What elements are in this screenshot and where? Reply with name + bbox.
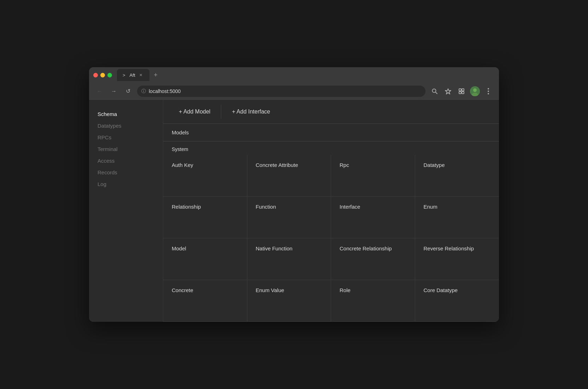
url-security-icon: ⓘ (141, 88, 146, 94)
more-menu-icon[interactable] (483, 86, 493, 96)
toolbar-icons (430, 86, 493, 96)
url-bar[interactable]: ⓘ localhost:5000 (137, 86, 425, 97)
list-item[interactable]: Interface (331, 197, 415, 238)
tab-title: Aft (130, 72, 135, 78)
title-bar: > Aft ✕ + (89, 67, 499, 83)
list-item[interactable]: Core Datatype (415, 280, 499, 322)
svg-point-11 (488, 91, 489, 92)
bookmark-icon[interactable] (443, 86, 453, 96)
sidebar: Schema Datatypes RPCs Terminal Access Re… (89, 100, 163, 322)
list-item[interactable]: Datatype (415, 155, 499, 197)
new-tab-button[interactable]: + (151, 70, 161, 80)
sidebar-item-rpcs[interactable]: RPCs (96, 132, 156, 143)
traffic-lights (93, 73, 112, 77)
sidebar-item-datatypes[interactable]: Datatypes (96, 120, 156, 132)
svg-point-8 (473, 88, 477, 92)
action-bar-divider (221, 105, 221, 119)
list-item[interactable]: Function (247, 197, 331, 238)
list-item[interactable]: Auth Key (163, 155, 247, 197)
avatar[interactable] (470, 86, 480, 96)
close-window-button[interactable] (93, 73, 98, 77)
svg-marker-2 (445, 89, 451, 94)
list-item[interactable]: Model (163, 238, 247, 280)
svg-point-12 (488, 93, 489, 94)
svg-line-1 (436, 92, 437, 94)
list-item[interactable]: Concrete Attribute (247, 155, 331, 197)
sidebar-item-terminal[interactable]: Terminal (96, 143, 156, 155)
list-item[interactable]: Enum Value (247, 280, 331, 322)
search-icon[interactable] (430, 86, 440, 96)
page-content: + Add Model + Add Interface Models Syste… (163, 100, 499, 322)
svg-rect-4 (462, 89, 464, 91)
main-content: Schema Datatypes RPCs Terminal Access Re… (89, 100, 499, 322)
extensions-icon[interactable] (457, 86, 466, 96)
svg-rect-6 (462, 92, 464, 94)
svg-rect-3 (459, 89, 461, 91)
tab-close-button[interactable]: ✕ (138, 72, 144, 78)
sidebar-item-access[interactable]: Access (96, 155, 156, 167)
models-section-header: Models (163, 124, 499, 141)
browser-window: > Aft ✕ + ← → ↺ ⓘ localhost:5000 (89, 67, 499, 322)
list-item[interactable]: Enum (415, 197, 499, 238)
terminal-icon: > (123, 72, 125, 78)
tab-bar: > Aft ✕ + (117, 69, 495, 81)
refresh-button[interactable]: ↺ (123, 86, 133, 96)
sidebar-item-schema[interactable]: Schema (96, 108, 156, 120)
model-grid: Auth Key Concrete Attribute Rpc Datatype… (163, 155, 499, 322)
list-item[interactable]: Concrete Relationship (331, 238, 415, 280)
list-item[interactable]: Relationship (163, 197, 247, 238)
sidebar-item-records[interactable]: Records (96, 167, 156, 178)
url-text: localhost:5000 (149, 88, 181, 94)
list-item[interactable]: Concrete (163, 280, 247, 322)
svg-point-10 (488, 88, 489, 89)
list-item[interactable]: Role (331, 280, 415, 322)
minimize-window-button[interactable] (100, 73, 105, 77)
list-item[interactable]: Native Function (247, 238, 331, 280)
active-tab[interactable]: > Aft ✕ (117, 69, 149, 81)
sidebar-item-log[interactable]: Log (96, 178, 156, 190)
forward-button[interactable]: → (109, 86, 119, 96)
system-section-header: System (163, 141, 499, 155)
list-item[interactable]: Rpc (331, 155, 415, 197)
action-bar: + Add Model + Add Interface (163, 100, 499, 124)
back-button[interactable]: ← (95, 86, 105, 96)
list-item[interactable]: Reverse Relationship (415, 238, 499, 280)
svg-rect-5 (459, 92, 461, 94)
add-model-button[interactable]: + Add Model (172, 106, 217, 118)
address-bar: ← → ↺ ⓘ localhost:5000 (89, 83, 499, 100)
add-interface-button[interactable]: + Add Interface (225, 106, 277, 118)
maximize-window-button[interactable] (107, 73, 112, 77)
